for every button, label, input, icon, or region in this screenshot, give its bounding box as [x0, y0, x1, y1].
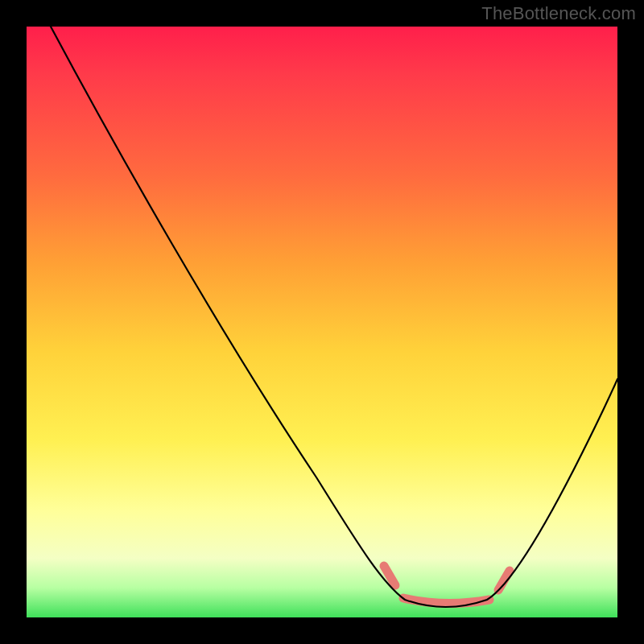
plot-area: [27, 27, 617, 617]
chart-frame: TheBottleneck.com: [0, 0, 644, 644]
watermark-text: TheBottleneck.com: [481, 3, 636, 24]
curve-layer: [27, 27, 617, 617]
bottleneck-curve: [51, 27, 617, 607]
